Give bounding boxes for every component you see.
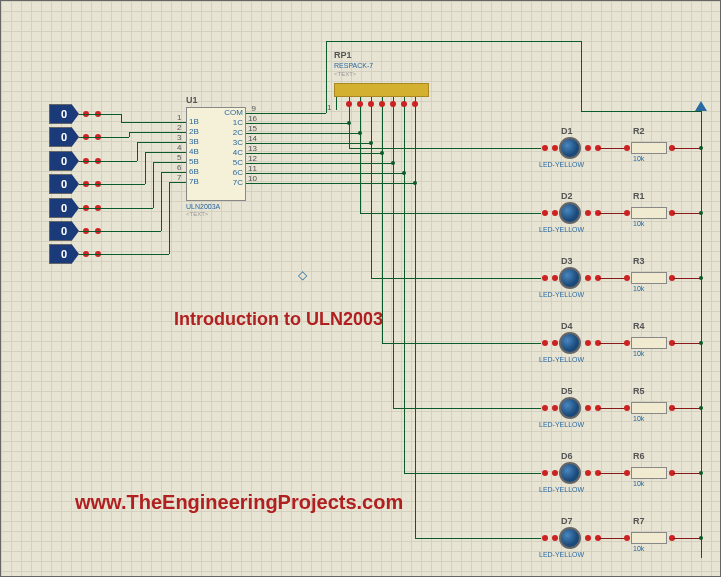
led-ref: D3 — [561, 256, 573, 266]
res-ref: R7 — [633, 516, 645, 526]
respack-part: RESPACK-7 — [334, 62, 373, 69]
logic-input-6[interactable]: 0 — [49, 221, 79, 241]
res-val: 10k — [633, 220, 644, 227]
led-ref: D7 — [561, 516, 573, 526]
schematic-canvas: 0000000 U1 ULN2003A <TEXT> 11B22B33B44B5… — [0, 0, 721, 577]
origin-marker: ◇ — [298, 268, 307, 282]
respack-pin1: 1 — [327, 103, 331, 112]
res-val: 10k — [633, 480, 644, 487]
logic-input-3[interactable]: 0 — [49, 151, 79, 171]
power-rail — [695, 101, 707, 111]
ic-ref: U1 — [186, 95, 198, 105]
res-ref: R2 — [633, 126, 645, 136]
res-val: 10k — [633, 285, 644, 292]
led-part: LED-YELLOW — [539, 551, 584, 558]
website-text: www.TheEngineeringProjects.com — [75, 491, 403, 514]
title-text: Introduction to ULN2003 — [174, 309, 383, 330]
logic-input-5[interactable]: 0 — [49, 198, 79, 218]
logic-input-2[interactable]: 0 — [49, 127, 79, 147]
res-ref: R3 — [633, 256, 645, 266]
led-part: LED-YELLOW — [539, 356, 584, 363]
ic-sub: <TEXT> — [186, 211, 208, 217]
res-val: 10k — [633, 155, 644, 162]
led-part: LED-YELLOW — [539, 291, 584, 298]
led-ref: D6 — [561, 451, 573, 461]
led-ref: D1 — [561, 126, 573, 136]
ic-part: ULN2003A — [186, 203, 220, 210]
res-ref: R4 — [633, 321, 645, 331]
logic-input-7[interactable]: 0 — [49, 244, 79, 264]
led-ref: D2 — [561, 191, 573, 201]
led-part: LED-YELLOW — [539, 161, 584, 168]
logic-input-1[interactable]: 0 — [49, 104, 79, 124]
led-part: LED-YELLOW — [539, 226, 584, 233]
res-ref: R5 — [633, 386, 645, 396]
led-ref: D4 — [561, 321, 573, 331]
led-ref: D5 — [561, 386, 573, 396]
res-val: 10k — [633, 545, 644, 552]
res-val: 10k — [633, 350, 644, 357]
logic-input-4[interactable]: 0 — [49, 174, 79, 194]
res-ref: R1 — [633, 191, 645, 201]
respack-ref: RP1 — [334, 50, 352, 60]
led-part: LED-YELLOW — [539, 421, 584, 428]
res-ref: R6 — [633, 451, 645, 461]
led-part: LED-YELLOW — [539, 486, 584, 493]
respack-sub: <TEXT> — [334, 71, 356, 77]
res-val: 10k — [633, 415, 644, 422]
